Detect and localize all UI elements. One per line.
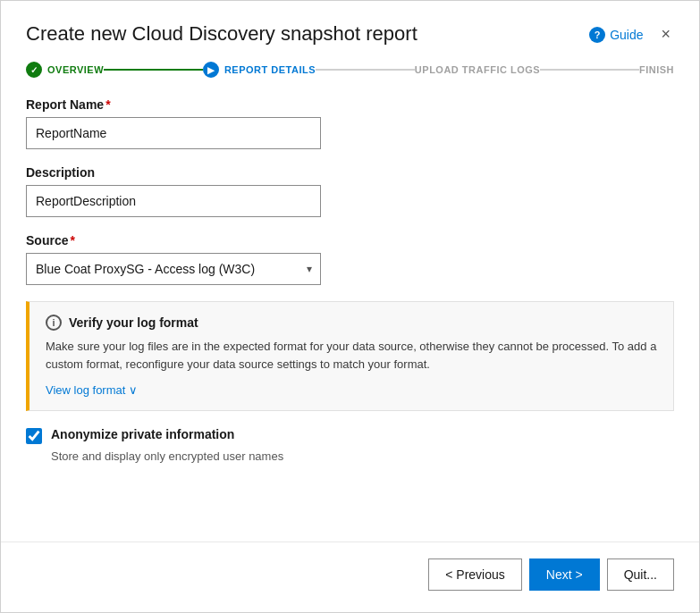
description-label: Description: [26, 165, 674, 180]
anonymize-description: Store and display only encrypted user na…: [51, 449, 674, 463]
description-group: Description: [26, 165, 674, 217]
step-report-details: ▶ REPORT DETAILS: [203, 62, 316, 78]
guide-link[interactable]: ? Guide: [589, 27, 643, 43]
guide-icon: ?: [589, 27, 605, 43]
info-box-text: Make sure your log files are in the expe…: [46, 338, 657, 373]
create-snapshot-dialog: Create new Cloud Discovery snapshot repo…: [0, 0, 700, 613]
report-name-required: *: [105, 97, 110, 112]
step-upload: UPLOAD TRAFFIC LOGS: [415, 64, 540, 75]
anonymize-section: Anonymize private information Store and …: [26, 427, 674, 463]
dialog-header: Create new Cloud Discovery snapshot repo…: [1, 1, 699, 46]
header-right: ? Guide ×: [589, 25, 674, 43]
info-box: i Verify your log format Make sure your …: [26, 301, 674, 411]
guide-label: Guide: [610, 28, 643, 42]
step-overview: ✓ OVERVIEW: [26, 62, 104, 78]
info-circle-icon: i: [46, 315, 62, 331]
step-upload-label: UPLOAD TRAFFIC LOGS: [415, 64, 540, 75]
source-label: Source*: [26, 233, 674, 248]
dialog-footer: < Previous Next > Quit...: [1, 542, 699, 612]
dialog-title: Create new Cloud Discovery snapshot repo…: [26, 22, 417, 46]
report-name-input[interactable]: [26, 117, 321, 149]
source-select[interactable]: Blue Coat ProxySG - Access log (W3C) Cis…: [26, 253, 321, 285]
header-top: Create new Cloud Discovery snapshot repo…: [26, 22, 674, 46]
report-name-group: Report Name*: [26, 97, 674, 149]
next-button[interactable]: Next >: [529, 558, 600, 591]
anonymize-checkbox[interactable]: [26, 428, 42, 444]
source-group: Source* Blue Coat ProxySG - Access log (…: [26, 233, 674, 285]
report-name-label: Report Name*: [26, 97, 674, 112]
previous-button[interactable]: < Previous: [428, 558, 522, 591]
step-line-2: [316, 69, 415, 71]
step-finish: FINISH: [639, 64, 674, 75]
source-required: *: [70, 233, 74, 248]
step-report-details-icon: ▶: [203, 62, 219, 78]
source-select-wrap: Blue Coat ProxySG - Access log (W3C) Cis…: [26, 253, 321, 285]
anonymize-row: Anonymize private information: [26, 427, 674, 444]
step-line-3: [540, 69, 639, 71]
view-log-chevron: ∨: [129, 383, 138, 397]
quit-button[interactable]: Quit...: [607, 558, 674, 591]
description-input[interactable]: [26, 185, 321, 217]
steps-bar: ✓ OVERVIEW ▶ REPORT DETAILS UPLOAD TRAFF…: [1, 46, 699, 78]
step-report-details-label: REPORT DETAILS: [224, 64, 316, 75]
step-line-1: [104, 69, 203, 71]
step-overview-label: OVERVIEW: [47, 64, 104, 75]
step-finish-label: FINISH: [639, 64, 674, 75]
step-overview-icon: ✓: [26, 62, 42, 78]
form-content: Report Name* Description Source* Blue Co…: [1, 78, 699, 533]
info-box-title: i Verify your log format: [46, 315, 657, 331]
anonymize-label: Anonymize private information: [51, 427, 234, 441]
close-button[interactable]: ×: [657, 26, 674, 42]
view-log-link[interactable]: View log format ∨: [46, 383, 138, 397]
